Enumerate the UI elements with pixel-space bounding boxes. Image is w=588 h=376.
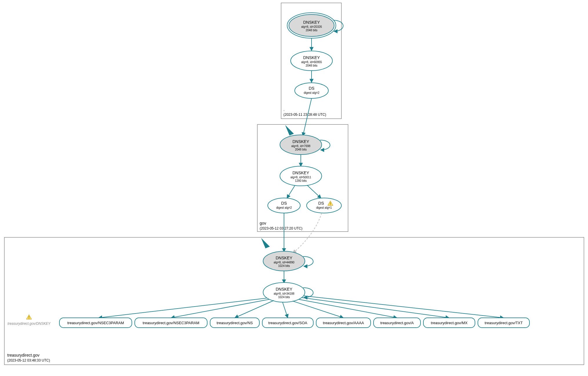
edge-root-ds-gov-ksk: [303, 98, 312, 136]
root-zsk-title: DNSKEY: [303, 55, 320, 60]
td-ksk-line3: 1024 bits: [278, 264, 290, 267]
node-td-ksk[interactable]: DNSKEY alg=8, id=44890 1024 bits: [263, 251, 305, 271]
delegation-arrow-root-gov: [285, 125, 294, 135]
gov-ksk-line3: 2048 bits: [295, 148, 307, 151]
td-ksk-line2: alg=8, id=44890: [274, 261, 294, 264]
zone-gov-timestamp: (2023-05-12 03:27:20 UTC): [260, 226, 302, 230]
warning-icon: [26, 315, 32, 319]
edge-zsk-rr4: [293, 301, 343, 318]
node-root-ksk[interactable]: DNSKEY alg=8, id=20326 2048 bits: [287, 13, 336, 38]
svg-point-10: [268, 198, 300, 213]
edge-gov-ds2-td-ksk: [293, 213, 322, 253]
edge-gov-zsk-ds2: [307, 185, 321, 198]
gov-zsk-title: DNSKEY: [292, 170, 309, 175]
root-ksk-line3: 2048 bits: [306, 29, 318, 32]
node-td-missing-dnskey[interactable]: treasurydirect.gov/DNSKEY: [8, 315, 51, 326]
zone-td-label: treasurydirect.gov: [7, 353, 39, 357]
node-gov-ds1[interactable]: DS digest alg=2: [268, 198, 300, 213]
gov-ds2-line2: digest alg=1: [316, 206, 332, 209]
zone-td-timestamp: (2023-05-12 03:48:33 UTC): [7, 358, 50, 362]
zone-root-label: .: [283, 107, 285, 112]
edge-gov-zsk-ds1: [287, 185, 295, 198]
td-zsk-line3: 1024 bits: [278, 296, 290, 299]
rr-label-4: treasurydirect.gov/AAAA: [323, 321, 364, 325]
root-zsk-line3: 2048 bits: [306, 64, 318, 67]
td-ksk-title: DNSKEY: [276, 256, 292, 260]
gov-ksk-line2: alg=8, id=7698: [291, 144, 311, 148]
gov-ksk-title: DNSKEY: [292, 139, 309, 144]
td-zsk-line2: alg=8, id=34188: [274, 292, 294, 295]
gov-ds1-line2: digest alg=2: [276, 206, 292, 209]
gov-zsk-line2: alg=8, id=50011: [290, 176, 311, 179]
gov-ds2-title: DS: [318, 201, 324, 206]
rr-label-3: treasurydirect.gov/SOA: [268, 321, 307, 325]
rr-label-2: treasurydirect.gov/NS: [217, 321, 253, 325]
root-ds-title: DS: [309, 86, 314, 91]
node-root-ds[interactable]: DS digest alg=2: [295, 83, 328, 98]
gov-ds1-title: DS: [281, 201, 287, 206]
node-root-zsk[interactable]: DNSKEY alg=8, id=60955 2048 bits: [291, 51, 332, 71]
edge-zsk-rr1: [171, 299, 270, 318]
rr-label-6: treasurydirect.gov/MX: [431, 321, 468, 325]
rr-label-1: treasurydirect.gov/NSEC3PARAM: [143, 321, 199, 325]
rr-label-5: treasurydirect.gov/A: [380, 321, 414, 325]
rr-label-0: treasurydirect.gov/NSEC3PARAM: [67, 321, 124, 325]
edge-zsk-rr6: [301, 298, 449, 318]
gov-zsk-line3: 1280 bits: [295, 179, 307, 182]
root-ksk-line2: alg=8, id=20326: [301, 25, 322, 28]
edge-zsk-rr3: [283, 302, 288, 318]
svg-point-11: [307, 198, 341, 213]
node-gov-ksk[interactable]: DNSKEY alg=8, id=7698 2048 bits: [280, 135, 322, 155]
svg-point-6: [295, 83, 328, 98]
rr-label-7: treasurydirect.gov/TXT: [485, 321, 523, 325]
zone-root-timestamp: (2023-05-11 23:28:48 UTC): [283, 113, 326, 117]
td-missing-label: treasurydirect.gov/DNSKEY: [8, 322, 51, 326]
edge-zsk-rr2: [235, 300, 274, 318]
delegation-arrow-gov-td: [261, 238, 270, 248]
root-ksk-title: DNSKEY: [303, 20, 320, 25]
zone-gov-label: gov: [260, 221, 266, 225]
node-gov-ds2[interactable]: DS digest alg=1: [307, 198, 341, 213]
root-zsk-line2: alg=8, id=60955: [301, 60, 322, 64]
root-ds-line2: digest alg=2: [304, 91, 320, 94]
td-zsk-title: DNSKEY: [276, 287, 292, 291]
node-gov-zsk[interactable]: DNSKEY alg=8, id=50011 1280 bits: [280, 166, 322, 186]
